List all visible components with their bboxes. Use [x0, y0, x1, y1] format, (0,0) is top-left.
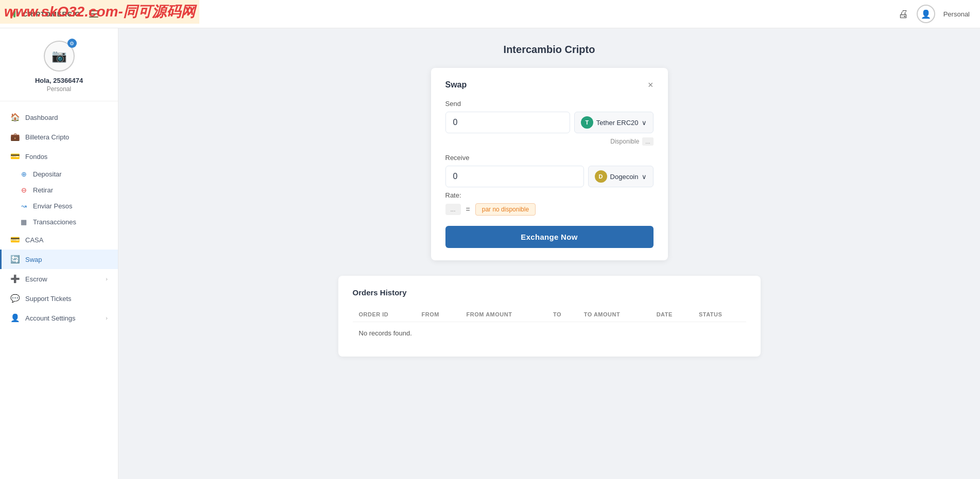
send-label: Send [445, 100, 654, 108]
receive-amount-input[interactable] [445, 166, 584, 187]
support-icon: 💬 [10, 294, 20, 303]
brand-title: CRIPTOMERCIO [23, 10, 81, 18]
orders-card: Orders History ORDER ID FROM FROM AMOUNT… [338, 276, 761, 357]
col-date: DATE [650, 307, 693, 322]
table-row-empty: No records found. [353, 322, 746, 345]
no-records-text: No records found. [353, 322, 746, 345]
available-label: Disponible [610, 138, 639, 145]
profile-greeting: Hola, 25366474 [35, 77, 83, 84]
sidebar-nav: 🏠 Dashboard 💼 Billetera Cripto 💳 Fondos … [0, 101, 118, 334]
sidebar-item-billetera[interactable]: 💼 Billetera Cripto [0, 127, 118, 147]
logo-icon [10, 9, 19, 19]
receive-label: Receive [445, 154, 654, 162]
receive-token-label: Dogecoin [610, 173, 639, 181]
sidebar-item-depositar[interactable]: ⊕ Depositar [0, 166, 118, 182]
sidebar-item-swap[interactable]: 🔄 Swap [0, 250, 118, 269]
col-to-amount: TO AMOUNT [578, 307, 650, 322]
rate-label: Rate: [445, 191, 654, 199]
layout: 📷 ⚙ Hola, 25366474 Personal 🏠 Dashboard … [0, 28, 980, 479]
gear-icon[interactable]: ⚙ [67, 39, 77, 48]
camera-icon: 📷 [51, 49, 67, 63]
minus-circle-icon: ⊖ [20, 186, 28, 194]
col-order-id: ORDER ID [353, 307, 416, 322]
sidebar-label-support: Support Tickets [25, 295, 108, 303]
orders-table: ORDER ID FROM FROM AMOUNT TO TO AMOUNT D… [353, 307, 746, 344]
sidebar-label-retirar: Retirar [33, 186, 53, 194]
send-token-chevron: ∨ [642, 119, 647, 127]
personal-label[interactable]: Personal [943, 10, 970, 18]
rate-dots-button[interactable]: ... [445, 204, 461, 215]
sidebar-label-swap: Swap [25, 256, 108, 263]
sidebar-item-fondos[interactable]: 💳 Fondos [0, 147, 118, 166]
wallet-icon: 💼 [10, 132, 20, 141]
main-content: Intercambio Cripto Swap × Send T Tether … [118, 28, 980, 479]
swap-icon: 🔄 [10, 255, 20, 264]
sidebar-label-billetera: Billetera Cripto [25, 133, 108, 141]
card-icon: 💳 [10, 152, 20, 161]
tether-icon: T [581, 116, 593, 129]
swap-card: Swap × Send T Tether ERC20 ∨ Disponible … [431, 68, 668, 260]
sidebar-label-account-settings: Account Settings [25, 314, 100, 322]
swap-card-header: Swap × [445, 80, 654, 90]
plus-circle-icon: ⊕ [20, 170, 28, 178]
sidebar-label-enviar: Enviar Pesos [33, 202, 73, 210]
casa-icon: 💳 [10, 235, 20, 244]
orders-title: Orders History [353, 288, 746, 297]
sidebar-item-retirar[interactable]: ⊖ Retirar [0, 182, 118, 198]
navbar-right: 🖨 👤 Personal [898, 5, 970, 23]
sidebar-label-transacciones: Transacciones [33, 218, 76, 226]
user-icon: 👤 [10, 313, 20, 323]
hamburger-menu[interactable] [89, 10, 98, 17]
brand: CRIPTOMERCIO [10, 9, 98, 19]
home-icon: 🏠 [10, 113, 20, 122]
receive-token-selector[interactable]: D Dogecoin ∨ [588, 166, 654, 187]
sidebar-item-casa[interactable]: 💳 CASA [0, 230, 118, 250]
escrow-icon: ➕ [10, 274, 20, 283]
sidebar-item-transacciones[interactable]: ▦ Transacciones [0, 214, 118, 230]
page-title: Intercambio Cripto [139, 44, 959, 56]
sidebar-label-escrow: Escrow [25, 275, 100, 283]
sidebar-item-escrow[interactable]: ➕ Escrow › [0, 269, 118, 289]
sidebar-label-fondos: Fondos [25, 153, 108, 161]
sidebar: 📷 ⚙ Hola, 25366474 Personal 🏠 Dashboard … [0, 28, 118, 479]
sidebar-label-casa: CASA [25, 236, 108, 244]
available-row: Disponible ... [445, 137, 654, 146]
rate-unavailable-badge: par no disponible [475, 203, 536, 216]
send-amount-input[interactable] [445, 112, 570, 133]
receive-token-chevron: ∨ [642, 173, 647, 181]
swap-close-button[interactable]: × [648, 80, 654, 90]
sidebar-label-depositar: Depositar [33, 170, 62, 178]
sidebar-label-dashboard: Dashboard [25, 114, 108, 121]
col-status: STATUS [693, 307, 746, 322]
profile-type: Personal [47, 85, 71, 93]
avatar[interactable]: 👤 [917, 5, 935, 23]
send-token-selector[interactable]: T Tether ERC20 ∨ [574, 112, 654, 133]
sidebar-item-support[interactable]: 💬 Support Tickets [0, 289, 118, 308]
available-dots: ... [642, 137, 653, 146]
doge-icon: D [595, 170, 607, 183]
sidebar-item-account-settings[interactable]: 👤 Account Settings › [0, 308, 118, 328]
send-icon: ↝ [20, 202, 28, 210]
sidebar-item-enviar[interactable]: ↝ Enviar Pesos [0, 198, 118, 214]
rate-row: ... = par no disponible [445, 203, 654, 216]
exchange-now-button[interactable]: Exchange Now [445, 226, 654, 248]
rate-equals: = [466, 205, 470, 214]
receive-input-row: D Dogecoin ∨ [445, 166, 654, 187]
col-to: TO [547, 307, 578, 322]
send-token-label: Tether ERC20 [596, 119, 639, 127]
chevron-right-icon: › [106, 276, 108, 282]
print-icon[interactable]: 🖨 [898, 8, 908, 20]
sidebar-item-dashboard[interactable]: 🏠 Dashboard [0, 108, 118, 127]
col-from-amount: FROM AMOUNT [460, 307, 547, 322]
swap-card-title: Swap [445, 80, 467, 90]
sidebar-profile: 📷 ⚙ Hola, 25366474 Personal [0, 28, 118, 101]
chevron-right-icon-account: › [106, 315, 108, 321]
send-input-row: T Tether ERC20 ∨ [445, 112, 654, 133]
col-from: FROM [416, 307, 460, 322]
avatar-wrap: 📷 ⚙ [44, 41, 75, 72]
table-icon: ▦ [20, 218, 28, 226]
navbar: CRIPTOMERCIO 🖨 👤 Personal [0, 0, 980, 28]
